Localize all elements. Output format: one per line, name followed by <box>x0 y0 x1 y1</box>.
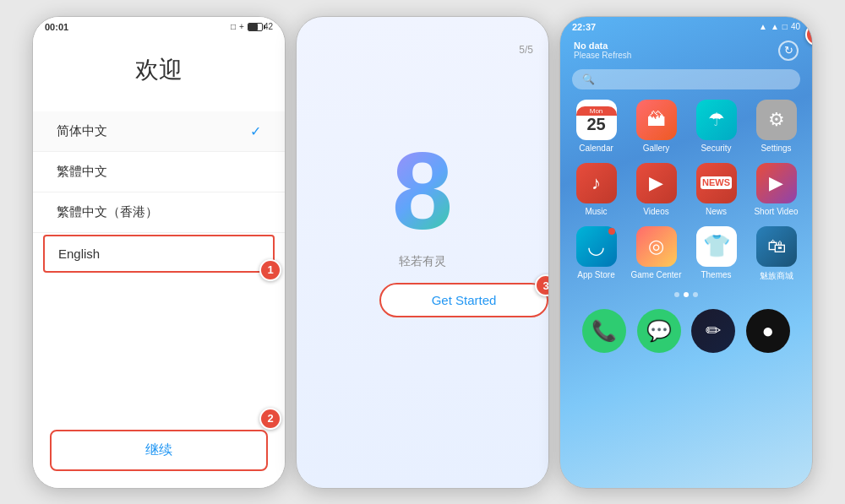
mall-icon: 🛍 <box>756 226 797 267</box>
lang-item-simplified[interactable]: 简体中文 ✓ <box>33 111 285 152</box>
app-videos[interactable]: ▶ Videos <box>630 163 682 216</box>
status-icons-phone1: □ + 42 <box>231 22 273 31</box>
app-label-calendar: Calendar <box>579 144 613 153</box>
appstore-notif <box>608 228 615 235</box>
dock-camera[interactable]: ● <box>746 309 790 353</box>
battery-phone1: 42 <box>248 22 273 31</box>
home-header: No data Please Refresh ↻ <box>560 37 812 66</box>
app-label-appstore: App Store <box>577 270 614 279</box>
dot-1 <box>674 292 679 297</box>
phone-onboarding: 5/5 8 轻若有灵 Get Started 3 <box>296 16 549 489</box>
shortvideo-icon: ▶ <box>756 163 797 203</box>
app-label-news: News <box>706 207 727 216</box>
status-time-phone3: 22:37 <box>572 22 596 32</box>
refresh-icon[interactable]: ↻ <box>778 41 799 61</box>
appstore-icon: ◡ <box>576 226 617 267</box>
app-themes[interactable]: 👕 Themes <box>690 226 742 282</box>
app-grid-row2: ♪ Music ▶ Videos NEWS News ▶ Short Video <box>560 160 812 223</box>
signal-icon-phone3: ▲ <box>771 22 779 31</box>
please-refresh-label: Please Refresh <box>574 51 778 60</box>
app-security[interactable]: ☂ Security <box>690 100 742 153</box>
badge-2: 2 <box>259 408 281 430</box>
status-time-phone1: 00:01 <box>45 22 68 32</box>
search-icon: 🔍 <box>582 73 595 85</box>
search-bar[interactable]: 🔍 <box>572 69 800 89</box>
app-label-music: Music <box>585 207 607 216</box>
app-short-video[interactable]: ▶ Short Video <box>750 163 802 216</box>
phone2-content: 5/5 8 轻若有灵 Get Started 3 <box>297 37 548 488</box>
app-label-themes: Themes <box>701 270 731 279</box>
app-grid-row3: ◡ App Store ◎ Game Center 👕 Themes 🛍 魅族商… <box>560 223 812 289</box>
lang-item-hk[interactable]: 繁體中文（香港） <box>33 192 285 233</box>
cal-day: 25 <box>586 116 605 133</box>
lang-label-simplified: 简体中文 <box>57 123 107 139</box>
page-indicator: 5/5 <box>519 44 533 56</box>
app-label-gamecenter: Game Center <box>630 270 681 279</box>
app-grid-row1: Mon 25 Calendar 🏔 Gallery ☂ Security ⚙ S… <box>560 96 812 160</box>
lang-label-hk: 繁體中文（香港） <box>57 204 158 220</box>
continue-button-wrap: 继续 2 <box>33 416 285 488</box>
dock-notes[interactable]: ✏ <box>691 309 735 353</box>
status-bar-phone1: 00:01 □ + 42 <box>33 17 285 37</box>
phone-home-screen: 22:37 ▲ ▲ □ 40 4 No data Please Refresh … <box>559 16 813 489</box>
wifi-icon: ▲ <box>759 22 767 31</box>
music-icon: ♪ <box>576 163 617 203</box>
app-label-shortvideo: Short Video <box>754 207 798 216</box>
logo-8-char: 8 <box>392 136 453 246</box>
lang-label-english: English <box>58 247 100 261</box>
get-started-wrap: Get Started 3 <box>379 283 548 317</box>
app-music[interactable]: ♪ Music <box>570 163 622 216</box>
get-started-button[interactable]: Get Started <box>379 283 548 317</box>
dock-messages[interactable]: 💬 <box>637 309 681 353</box>
signal-icon: □ <box>231 22 236 31</box>
appstore-symbol: ◡ <box>587 235 605 258</box>
app-settings[interactable]: ⚙ Settings <box>750 100 802 153</box>
app-label-security: Security <box>701 144 731 153</box>
app-label-videos: Videos <box>643 207 668 216</box>
logo-slogan: 轻若有灵 <box>399 254 446 269</box>
app-news[interactable]: NEWS News <box>690 163 742 216</box>
welcome-title: 欢迎 <box>33 54 285 86</box>
videos-icon: ▶ <box>636 163 677 203</box>
battery-icon-phone3: □ <box>782 22 788 31</box>
no-data-section: No data Please Refresh <box>574 41 778 60</box>
app-appstore[interactable]: ◡ App Store <box>570 226 622 282</box>
continue-button[interactable]: 继续 <box>50 430 268 471</box>
battery-level-phone3: 40 <box>791 22 800 31</box>
gamecenter-icon: ◎ <box>636 226 677 267</box>
calendar-icon: Mon 25 <box>576 100 617 140</box>
dot-2 <box>684 292 689 297</box>
gallery-icon: 🏔 <box>636 100 677 140</box>
status-bar-phone2 <box>297 17 548 37</box>
phone1-content: 欢迎 简体中文 ✓ 繁體中文 繁體中文（香港） English 1 继续 2 <box>33 37 285 488</box>
battery-icon <box>248 23 263 31</box>
dock: 📞 💬 ✏ ● <box>560 301 812 363</box>
battery-indicator: + <box>239 22 244 31</box>
status-bar-phone3: 22:37 ▲ ▲ □ 40 <box>560 17 812 37</box>
app-gamecenter[interactable]: ◎ Game Center <box>630 226 682 282</box>
news-icon: NEWS <box>696 163 737 203</box>
page-dots <box>560 289 812 301</box>
app-label-settings: Settings <box>760 144 791 153</box>
settings-icon: ⚙ <box>756 100 797 140</box>
phone-language-selection: 00:01 □ + 42 欢迎 简体中文 ✓ 繁體中文 繁體中文（香港） <box>32 16 286 489</box>
app-calendar[interactable]: Mon 25 Calendar <box>570 100 622 153</box>
app-gallery[interactable]: 🏔 Gallery <box>630 100 682 153</box>
no-data-label: No data <box>574 41 778 51</box>
app-label-gallery: Gallery <box>643 144 670 153</box>
language-list: 简体中文 ✓ 繁體中文 繁體中文（香港） English 1 <box>33 111 285 416</box>
badge-1: 1 <box>259 259 281 281</box>
dot-3 <box>693 292 698 297</box>
app-label-mall: 魅族商城 <box>760 270 793 282</box>
lang-item-english[interactable]: English 1 <box>43 235 275 273</box>
lang-label-traditional: 繁體中文 <box>57 164 107 180</box>
lang-item-traditional[interactable]: 繁體中文 <box>33 152 285 192</box>
app-mall[interactable]: 🛍 魅族商城 <box>750 226 802 282</box>
news-icon-text: NEWS <box>701 176 732 189</box>
status-icons-phone3: ▲ ▲ □ 40 <box>759 22 800 31</box>
security-icon: ☂ <box>696 100 737 140</box>
themes-icon: 👕 <box>696 226 737 267</box>
checkmark-icon: ✓ <box>250 123 261 139</box>
dock-phone[interactable]: 📞 <box>582 309 626 353</box>
